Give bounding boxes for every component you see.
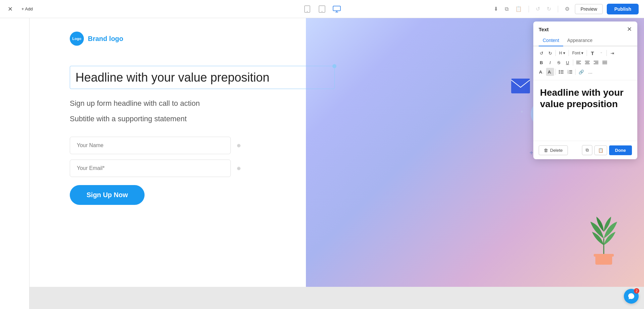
top-toolbar: ✕ + Add ⬇ ⧉ 📋 ↺ ↻ ⚙: [0, 0, 644, 18]
svg-point-27: [559, 72, 560, 73]
undo-fmt-button[interactable]: ↺: [537, 49, 545, 57]
font-size-button[interactable]: T: [588, 49, 596, 57]
settings-button[interactable]: ⚙: [564, 4, 571, 13]
paste-icon-button: 📋: [514, 4, 523, 13]
format-row-1: ↺ ↻ H ▾ Font ▾ T ⁻ ⇥: [537, 49, 633, 57]
signup-button[interactable]: Sign Up Now: [70, 185, 145, 205]
text-bg-button[interactable]: A_: [546, 68, 554, 76]
desktop-device-icon[interactable]: [333, 5, 341, 13]
logo-circle: Logo: [70, 32, 84, 46]
panel-header: Text ✕: [533, 21, 637, 32]
toolbar-right: ⬇ ⧉ 📋 ↺ ↻ ⚙ Preview Publish: [492, 4, 639, 14]
fmt-sep-7: [575, 69, 576, 75]
headline-text: Headline with your value preposition: [75, 71, 269, 84]
fmt-sep-2: [569, 50, 569, 56]
line-height-button[interactable]: ⁻: [597, 49, 605, 57]
format-row-2: B I S U: [537, 58, 633, 67]
panel-footer-buttons: ⧉ 📋 Done: [582, 145, 632, 155]
underline-button[interactable]: U: [564, 58, 572, 67]
italic-button[interactable]: I: [546, 58, 554, 67]
envelope-decoration: [511, 79, 530, 95]
paste-panel-button[interactable]: 📋: [594, 145, 607, 155]
svg-rect-5: [511, 79, 530, 93]
undo-button: ↺: [534, 4, 541, 13]
align-justify-button[interactable]: [601, 58, 609, 67]
indent-button[interactable]: ⇥: [608, 49, 616, 57]
trash-icon: 🗑: [544, 148, 548, 153]
left-panel: [0, 18, 30, 309]
chat-badge: 2: [634, 288, 639, 294]
svg-text:3.: 3.: [568, 72, 569, 74]
svg-rect-8: [595, 255, 612, 265]
fmt-sep-4: [606, 50, 607, 56]
name-input[interactable]: [70, 137, 231, 154]
svg-rect-4: [333, 6, 340, 11]
chat-bubble[interactable]: 2: [624, 289, 639, 304]
email-field-wrapper: ⊕: [70, 160, 231, 177]
plus-deco-1: +: [529, 149, 533, 157]
panel-tabs: Content Appearance: [533, 32, 637, 46]
add-button[interactable]: + Add: [19, 5, 36, 13]
panel-title: Text: [539, 27, 549, 32]
canvas-area: + + +: [0, 18, 644, 309]
headline-box[interactable]: Headline with your value preposition: [70, 66, 335, 89]
svg-point-3: [322, 11, 322, 11]
headline-dot: [332, 64, 336, 68]
fmt-sep-5: [573, 59, 573, 65]
heading-dropdown[interactable]: H ▾: [557, 50, 567, 56]
panel-close-button[interactable]: ✕: [627, 26, 632, 32]
link-button[interactable]: 🔗: [577, 68, 586, 76]
brand-name: Brand logo: [88, 35, 123, 43]
align-center-button[interactable]: [583, 58, 591, 67]
plant-decoration: [584, 212, 624, 267]
font-dropdown[interactable]: Font ▾: [570, 50, 585, 56]
toolbar-center: [303, 5, 341, 13]
plus-deco-3: +: [521, 109, 523, 114]
copy-panel-button[interactable]: ⧉: [582, 145, 592, 155]
bold-button[interactable]: B: [537, 58, 545, 67]
text-color-button[interactable]: A_: [537, 68, 545, 76]
strikethrough-button[interactable]: S: [555, 58, 563, 67]
list-ol-button[interactable]: 1.2.3.: [566, 68, 574, 76]
name-field-wrapper: ⊕: [70, 137, 231, 154]
text-panel: Text ✕ Content Appearance ↺ ↻ H ▾ Font ▾…: [533, 21, 637, 159]
svg-point-25: [559, 70, 560, 71]
publish-button[interactable]: Publish: [607, 4, 639, 14]
email-field-drag-icon: ⊕: [237, 166, 241, 171]
close-button[interactable]: ✕: [5, 4, 15, 14]
format-toolbar: ↺ ↻ H ▾ Font ▾ T ⁻ ⇥ B I S U: [533, 46, 637, 80]
tab-appearance[interactable]: Appearance: [563, 35, 597, 46]
format-row-3: A_ A_ 1.2.3. 🔗 …: [537, 68, 633, 76]
panel-footer: 🗑 Delete ⧉ 📋 Done: [533, 141, 637, 159]
separator: [529, 6, 529, 12]
list-ul-button[interactable]: [557, 68, 565, 76]
name-field-drag-icon: ⊕: [237, 143, 241, 148]
svg-point-1: [307, 11, 308, 11]
align-right-button[interactable]: [592, 58, 600, 67]
preview-button[interactable]: Preview: [575, 4, 603, 14]
save-icon-button[interactable]: ⬇: [492, 4, 499, 13]
fmt-sep-1: [555, 50, 556, 56]
more-button[interactable]: …: [586, 68, 594, 76]
fmt-sep-6: [555, 69, 556, 75]
align-left-button[interactable]: [575, 58, 583, 67]
toolbar-left: ✕ + Add: [5, 4, 36, 14]
mobile-device-icon[interactable]: [303, 5, 311, 13]
tab-content[interactable]: Content: [539, 35, 563, 46]
delete-button[interactable]: 🗑 Delete: [539, 145, 568, 155]
panel-preview: Headline with your value preposition: [533, 80, 637, 141]
copy-icon-button[interactable]: ⧉: [503, 5, 510, 13]
redo-fmt-button[interactable]: ↻: [546, 49, 554, 57]
tablet-device-icon[interactable]: [318, 5, 326, 13]
delete-label: Delete: [550, 148, 563, 153]
done-button[interactable]: Done: [609, 145, 632, 155]
fmt-sep-3: [587, 50, 587, 56]
separator2: [558, 6, 558, 12]
svg-point-29: [559, 73, 560, 74]
redo-button: ↻: [545, 4, 552, 13]
panel-headline-text: Headline with your value preposition: [540, 87, 631, 109]
email-input[interactable]: [70, 160, 231, 177]
svg-rect-9: [594, 254, 614, 257]
